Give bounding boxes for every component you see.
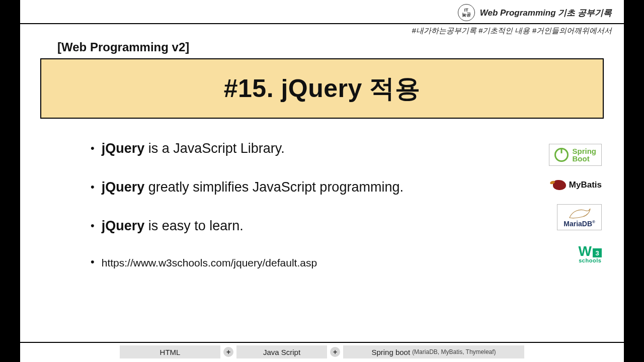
brand-row: IT 늦공 Web Programming 기초 공부기록 xyxy=(32,4,612,21)
tech-logos-column: Spring Boot MyBatis MariaDB® W 3 schools xyxy=(521,144,602,263)
bullet-link-text: https://www.w3schools.com/jquery/default… xyxy=(102,257,317,269)
brand-title-suffix: 기초 공부기록 xyxy=(556,8,612,18)
bird-icon xyxy=(553,180,566,190)
bullet-rest: is a JavaScript Library. xyxy=(144,141,285,156)
nav-label: HTML xyxy=(160,348,181,356)
letterbox-right xyxy=(624,0,644,362)
brand-title: Web Programming 기초 공부기록 xyxy=(480,7,612,19)
mariadb-text: MariaDB xyxy=(564,220,592,228)
nav-sublabel: (MariaDB, MyBatis, Thymeleaf) xyxy=(412,348,496,355)
plus-icon: + xyxy=(223,347,233,357)
hashtags: #내가하는공부기록 #기초적인 내용 #거인들의어깨위에서서 xyxy=(412,26,612,36)
nav-item-springboot: Spring boot (MariaDB, MyBatis, Thymeleaf… xyxy=(343,345,524,358)
bullet-text: jQuery greatly simplifies JavaScript pro… xyxy=(102,179,404,195)
title-box: #15. jQuery 적용 xyxy=(40,58,604,119)
mariadb-label: MariaDB® xyxy=(564,220,595,228)
list-item: • jQuery is a JavaScript Library. xyxy=(91,141,463,156)
bullet-rest: greatly simplifies JavaScript programmin… xyxy=(144,179,404,195)
nav-label: Spring boot xyxy=(371,348,410,356)
spring-boot-label: Spring Boot xyxy=(573,147,597,162)
bullet-dot-icon: • xyxy=(91,256,95,267)
list-item: • jQuery is easy to learn. xyxy=(91,218,463,234)
registered-icon: ® xyxy=(592,220,595,224)
brand-title-prefix: Web Programming xyxy=(480,8,556,18)
brand-logo-circle: IT 늦공 xyxy=(458,4,475,21)
divider-top xyxy=(20,23,624,24)
bullet-dot-icon: • xyxy=(91,182,95,193)
list-item: • jQuery greatly simplifies JavaScript p… xyxy=(91,179,463,195)
bullet-text: jQuery is a JavaScript Library. xyxy=(102,141,285,156)
w3-letter-w: W xyxy=(579,244,592,258)
nav-label: Java Script xyxy=(263,348,300,356)
bottom-nav: HTML + Java Script + Spring boot (MariaD… xyxy=(20,345,624,359)
main-title: #15. jQuery 적용 xyxy=(224,72,421,106)
w3-number-3: 3 xyxy=(593,248,602,257)
divider-bottom xyxy=(20,342,624,343)
spring-boot-logo: Spring Boot xyxy=(549,144,602,166)
letterbox-left xyxy=(0,0,20,362)
mybatis-logo: MyBatis xyxy=(553,180,602,190)
bullet-dot-icon: • xyxy=(91,143,95,154)
w3-subtext: schools xyxy=(579,257,601,263)
bullet-list: • jQuery is a JavaScript Library. • jQue… xyxy=(91,141,463,269)
bullet-dot-icon: • xyxy=(91,220,95,231)
bullet-rest: is easy to learn. xyxy=(144,218,244,233)
list-item: • https://www.w3schools.com/jquery/defau… xyxy=(91,257,463,269)
plus-icon: + xyxy=(330,347,340,357)
w3-top: W 3 xyxy=(579,244,602,258)
slide-canvas: IT 늦공 Web Programming 기초 공부기록 #내가하는공부기록 … xyxy=(20,0,624,362)
bullet-text: jQuery is easy to learn. xyxy=(102,218,244,234)
nav-item-javascript: Java Script xyxy=(236,345,327,358)
section-label: [Web Programming v2] xyxy=(57,40,189,54)
seal-icon xyxy=(569,208,591,220)
power-icon xyxy=(554,148,569,162)
bullet-bold: jQuery xyxy=(102,218,145,233)
w3schools-logo: W 3 schools xyxy=(579,244,602,263)
bullet-bold: jQuery xyxy=(102,179,145,195)
mariadb-logo: MariaDB® xyxy=(557,204,602,230)
nav-item-html: HTML xyxy=(120,345,220,358)
brand-logo-line2: 늦공 xyxy=(462,13,471,17)
bullet-bold: jQuery xyxy=(102,141,145,156)
mybatis-label: MyBatis xyxy=(569,180,602,190)
spring-line2: Boot xyxy=(573,154,590,163)
